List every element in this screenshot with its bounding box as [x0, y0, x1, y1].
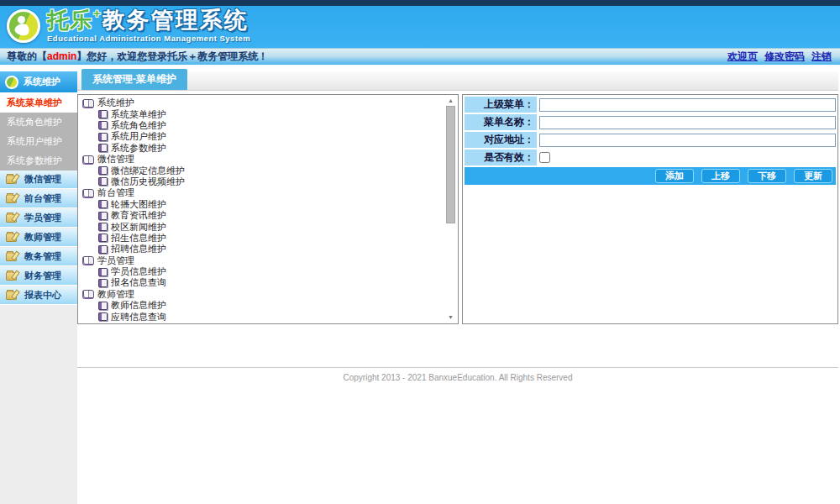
form-value — [537, 132, 836, 148]
sidebar-subitem-系统用户维护[interactable]: 系统用户维护 — [0, 132, 77, 151]
book-icon — [98, 245, 108, 254]
tree-node-微信管理[interactable]: 微信管理 — [78, 154, 458, 165]
folder-icon — [6, 272, 17, 281]
form-row: 菜单名称： — [465, 114, 836, 130]
tree-node-校区新闻维护[interactable]: 校区新闻维护 — [78, 221, 458, 232]
tree-node-系统参数维护[interactable]: 系统参数维护 — [78, 143, 458, 154]
parent-menu-field[interactable] — [539, 98, 836, 112]
book-icon — [98, 121, 108, 129]
sidebar-item-label: 报表中心 — [24, 289, 61, 302]
sidebar-item-微信管理[interactable]: 微信管理 — [0, 171, 77, 189]
sidebar-logo-icon — [5, 76, 18, 89]
folder-icon — [6, 195, 17, 203]
menu-name-field[interactable] — [539, 116, 836, 129]
book-icon — [98, 268, 108, 276]
tree-node-应聘信息查询[interactable]: 应聘信息查询 — [78, 311, 458, 322]
app-title: 教务管理系统 — [102, 9, 249, 32]
tree-node-教育资讯维护[interactable]: 教育资讯维护 — [78, 210, 458, 221]
sidebar-item-label: 前台管理 — [24, 192, 61, 205]
book-icon — [98, 110, 108, 118]
sidebar-item-system-maintenance[interactable]: 系统维护 — [0, 71, 77, 93]
open-book-icon — [83, 290, 94, 298]
form-label: 是否有效： — [465, 150, 537, 165]
form-row: 是否有效： — [465, 150, 836, 165]
tree-node-招聘信息维护[interactable]: 招聘信息维护 — [78, 244, 458, 255]
sidebar-item-label: 微信管理 — [24, 173, 61, 186]
tree-node-系统角色维护[interactable]: 系统角色维护 — [78, 120, 458, 131]
link-logout[interactable]: 注销 — [811, 50, 832, 64]
book-icon — [98, 200, 108, 208]
scroll-up-icon[interactable]: ▲ — [445, 97, 456, 105]
link-welcome-page[interactable]: 欢迎页 — [727, 50, 758, 64]
scrollbar-thumb[interactable] — [446, 106, 455, 223]
tree-node-系统菜单维护[interactable]: 系统菜单维护 — [78, 108, 458, 119]
tree-scrollbar[interactable]: ▲ ▼ — [445, 97, 456, 322]
tree-node-轮播大图维护[interactable]: 轮播大图维护 — [78, 199, 458, 210]
tree-node-招生信息维护[interactable]: 招生信息维护 — [78, 233, 458, 244]
sidebar-items: 微信管理前台管理学员管理教师管理教务管理财务管理报表中心 — [0, 171, 77, 305]
menu-tree: 系统维护系统菜单维护系统角色维护系统用户维护系统参数维护微信管理微信绑定信息维护… — [78, 97, 458, 324]
tree-node-系统用户维护[interactable]: 系统用户维护 — [78, 131, 458, 142]
sidebar-item-教务管理[interactable]: 教务管理 — [0, 248, 77, 266]
app-subtitle: Educational Administration Management Sy… — [47, 34, 250, 43]
tree-node-学员管理[interactable]: 学员管理 — [78, 255, 458, 265]
form-label: 上级菜单： — [465, 97, 537, 113]
welcome-message: 尊敬的【admin】您好，欢迎您登录托乐＋教务管理系统！ — [7, 50, 268, 64]
link-change-password[interactable]: 修改密码 — [764, 50, 805, 64]
scroll-down-icon[interactable]: ▼ — [445, 313, 456, 322]
sidebar-item-label: 财务管理 — [24, 270, 61, 282]
main-area: 系统管理-菜单维护 系统维护系统菜单维护系统角色维护系统用户维护系统参数维护微信… — [77, 71, 840, 504]
form-label: 菜单名称： — [465, 114, 537, 130]
form-value — [537, 150, 836, 165]
sidebar-header-label: 系统维护 — [24, 76, 60, 88]
tree-node-微信绑定信息维护[interactable]: 微信绑定信息维护 — [78, 165, 458, 176]
footer: Copyright 2013 - 2021 BanxueEducation. A… — [77, 367, 838, 382]
add-button[interactable]: 添加 — [655, 169, 694, 183]
sidebar-item-label: 教务管理 — [24, 250, 61, 263]
is-valid-checkbox[interactable] — [539, 152, 550, 163]
book-icon — [98, 234, 108, 242]
welcome-prefix: 尊敬的【 — [7, 50, 47, 62]
header-links: 欢迎页修改密码注销 — [727, 50, 832, 64]
open-book-icon — [83, 256, 94, 265]
sidebar-subitem-系统菜单维护[interactable]: 系统菜单维护 — [0, 93, 77, 113]
sidebar-subitem-系统角色维护[interactable]: 系统角色维护 — [0, 113, 77, 132]
sidebar-item-教师管理[interactable]: 教师管理 — [0, 228, 77, 247]
url-field[interactable] — [539, 134, 836, 147]
book-icon — [98, 133, 108, 141]
form-button-bar: 添加上移下移更新 — [465, 167, 836, 185]
folder-icon — [6, 234, 17, 242]
form-value — [537, 97, 836, 113]
sidebar-item-学员管理[interactable]: 学员管理 — [0, 209, 77, 228]
folder-icon — [6, 176, 17, 184]
menu-edit-form: 上级菜单：菜单名称：对应地址：是否有效： 添加上移下移更新 — [462, 94, 838, 324]
move-up-button[interactable]: 上移 — [701, 169, 740, 183]
update-button[interactable]: 更新 — [794, 169, 832, 183]
sidebar-item-报表中心[interactable]: 报表中心 — [0, 286, 77, 305]
book-icon — [98, 223, 108, 231]
tab-menu-maintenance[interactable]: 系统管理-菜单维护 — [81, 69, 187, 90]
username: admin — [47, 50, 76, 62]
tree-node-教师信息维护[interactable]: 教师信息维护 — [78, 300, 458, 311]
brand-plus: + — [93, 7, 101, 19]
top-strip — [0, 0, 840, 6]
brand-name: 托乐 — [47, 9, 92, 31]
tree-node-系统维护[interactable]: 系统维护 — [78, 97, 458, 108]
sidebar-item-财务管理[interactable]: 财务管理 — [0, 267, 77, 286]
book-icon — [98, 279, 108, 287]
tree-node-学员信息维护[interactable]: 学员信息维护 — [78, 266, 458, 277]
tree-node-报名信息查询[interactable]: 报名信息查询 — [78, 277, 458, 288]
sidebar: 系统维护 系统菜单维护系统角色维护系统用户维护系统参数维护 微信管理前台管理学员… — [0, 71, 77, 504]
sidebar-item-label: 学员管理 — [24, 212, 61, 224]
tree-node-教师管理[interactable]: 教师管理 — [78, 289, 458, 300]
tree-node-前台管理[interactable]: 前台管理 — [78, 187, 458, 198]
sidebar-item-前台管理[interactable]: 前台管理 — [0, 190, 77, 208]
tree-node-微信历史视频维护[interactable]: 微信历史视频维护 — [78, 176, 458, 187]
move-down-button[interactable]: 下移 — [748, 169, 786, 183]
sidebar-submenu: 系统菜单维护系统角色维护系统用户维护系统参数维护 — [0, 93, 77, 171]
folder-icon — [6, 291, 17, 300]
book-icon — [98, 312, 108, 321]
sidebar-item-label: 教师管理 — [24, 231, 61, 244]
menu-tree-panel: 系统维护系统菜单维护系统角色维护系统用户维护系统参数维护微信管理微信绑定信息维护… — [77, 94, 459, 324]
sidebar-subitem-系统参数维护[interactable]: 系统参数维护 — [0, 151, 77, 171]
